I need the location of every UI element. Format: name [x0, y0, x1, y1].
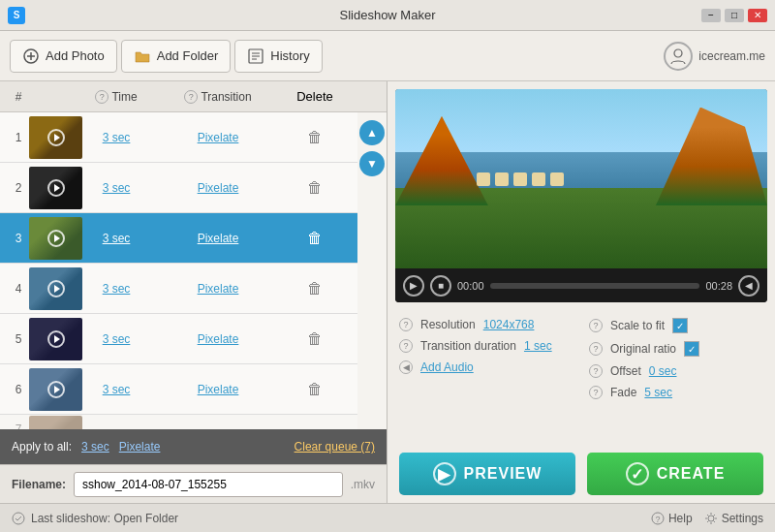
svg-point-11 [708, 516, 714, 521]
row-delete-button[interactable]: 🗑 [286, 330, 344, 348]
right-panel: ▶ ■ 00:00 00:28 ◀ ? Resolution 1024x768 … [388, 81, 775, 503]
action-buttons: ▶ PREVIEW ✓ CREATE [388, 445, 775, 503]
minimize-button[interactable]: − [701, 9, 721, 22]
add-folder-label: Add Folder [157, 48, 219, 63]
row-transition[interactable]: Pixelate [150, 232, 286, 245]
filename-bar: Filename: .mkv [0, 464, 387, 503]
history-button[interactable]: History [234, 40, 322, 73]
row-delete-button[interactable]: 🗑 [286, 381, 344, 398]
preview-button[interactable]: ▶ PREVIEW [399, 453, 575, 495]
settings-panel: ? Resolution 1024x768 ? Transition durat… [388, 310, 775, 407]
resolution-value[interactable]: 1024x768 [483, 318, 535, 331]
table-wrapper: 1 3 sec Pixelate 🗑 2 [0, 112, 387, 429]
user-icon [664, 42, 693, 71]
scale-to-fit-checkbox[interactable]: ✓ [672, 318, 688, 333]
filename-label: Filename: [12, 478, 66, 491]
apply-label: Apply to all: [12, 440, 72, 454]
row-time[interactable]: 3 sec [82, 282, 150, 296]
transition-duration-value[interactable]: 1 sec [524, 339, 552, 353]
row-delete-button[interactable]: 🗑 [286, 129, 344, 146]
add-audio-icon[interactable]: ◀ [399, 360, 413, 374]
table-row[interactable]: 5 3 sec Pixelate 🗑 [0, 314, 387, 364]
progress-bar[interactable] [490, 283, 700, 289]
scale-info-icon[interactable]: ? [589, 319, 603, 332]
ratio-info-icon[interactable]: ? [589, 342, 603, 356]
add-folder-button[interactable]: Add Folder [121, 40, 232, 73]
transition-info-icon[interactable]: ? [184, 90, 198, 104]
row-thumb [29, 318, 82, 360]
table-row[interactable]: 2 3 sec Pixelate 🗑 [0, 163, 387, 213]
status-right: ? Help Settings [651, 512, 763, 525]
move-down-button[interactable]: ▼ [359, 151, 385, 176]
help-label: Help [668, 512, 693, 525]
stop-button[interactable]: ■ [430, 275, 451, 297]
fade-row: ? Fade 5 sec [589, 386, 763, 399]
filename-input[interactable] [74, 472, 343, 497]
row-num: 7 [0, 422, 29, 430]
original-ratio-checkbox[interactable]: ✓ [684, 341, 699, 357]
volume-button[interactable]: ◀ [738, 275, 760, 297]
settings-button[interactable]: Settings [704, 512, 763, 525]
row-thumb [29, 416, 82, 430]
apply-time[interactable]: 3 sec [81, 440, 109, 454]
row-transition[interactable]: Pixelate [150, 131, 286, 144]
table-row[interactable]: 1 3 sec Pixelate 🗑 [0, 112, 387, 163]
offset-value[interactable]: 0 sec [649, 364, 677, 378]
row-time[interactable]: 3 sec [82, 232, 150, 245]
apply-transition[interactable]: Pixelate [119, 440, 161, 454]
play-button[interactable]: ▶ [403, 275, 424, 297]
add-photo-button[interactable]: Add Photo [10, 40, 117, 73]
svg-point-8 [13, 513, 24, 524]
transition-duration-label: Transition duration [420, 339, 516, 353]
row-thumb [29, 368, 82, 411]
close-button[interactable]: ✕ [748, 9, 767, 22]
create-button[interactable]: ✓ CREATE [587, 453, 763, 495]
fade-value[interactable]: 5 sec [644, 386, 672, 399]
row-time[interactable]: 3 sec [82, 383, 150, 396]
row-thumb [29, 116, 82, 159]
transition-dur-info-icon[interactable]: ? [399, 339, 413, 353]
add-photo-label: Add Photo [46, 48, 105, 63]
fade-info-icon[interactable]: ? [589, 386, 603, 399]
table-row[interactable]: 4 3 sec Pixelate 🗑 [0, 264, 387, 314]
row-transition[interactable]: Pixelate [150, 282, 286, 296]
time-info-icon[interactable]: ? [95, 90, 108, 104]
row-transition[interactable]: Pixelate [150, 181, 286, 195]
row-time[interactable]: 3 sec [82, 332, 150, 346]
col-num-header: # [0, 90, 29, 104]
maximize-button[interactable]: □ [725, 9, 744, 22]
row-num: 4 [0, 282, 29, 296]
create-check-icon: ✓ [626, 462, 649, 485]
row-num: 6 [0, 383, 29, 396]
row-num: 1 [0, 131, 29, 144]
help-button[interactable]: ? Help [651, 512, 693, 525]
table-row[interactable]: 6 3 sec Pixelate 🗑 [0, 364, 387, 415]
row-thumb [29, 167, 82, 209]
clear-queue-button[interactable]: Clear queue (7) [294, 440, 375, 454]
row-transition[interactable]: Pixelate [150, 332, 286, 346]
original-ratio-label: Original ratio [610, 342, 676, 356]
table-scroll[interactable]: 1 3 sec Pixelate 🗑 2 [0, 112, 387, 429]
row-delete-button[interactable]: 🗑 [286, 280, 344, 297]
resolution-info-icon[interactable]: ? [399, 318, 413, 331]
table-row[interactable]: 7 [0, 415, 387, 429]
window-controls: − □ ✕ [701, 9, 767, 22]
user-label: icecream.me [698, 49, 765, 63]
row-time[interactable]: 3 sec [82, 181, 150, 195]
row-time[interactable]: 3 sec [82, 131, 150, 144]
add-audio-button[interactable]: Add Audio [420, 360, 474, 374]
row-delete-button[interactable]: 🗑 [286, 179, 344, 197]
table-row[interactable]: 3 3 sec Pixelate 🗑 [0, 213, 387, 264]
row-thumb [29, 267, 82, 310]
add-photo-icon [22, 47, 40, 65]
row-transition[interactable]: Pixelate [150, 383, 286, 396]
current-time: 00:00 [457, 280, 484, 292]
create-label: CREATE [657, 465, 726, 483]
offset-info-icon[interactable]: ? [589, 364, 603, 378]
scale-to-fit-label: Scale to fit [610, 319, 665, 332]
row-delete-button[interactable]: 🗑 [286, 230, 344, 247]
move-up-button[interactable]: ▲ [359, 120, 385, 145]
col-time-header: ? Time [82, 90, 150, 104]
arrows-panel: ▲ ▼ [357, 112, 387, 429]
filename-extension: .mkv [351, 478, 375, 491]
